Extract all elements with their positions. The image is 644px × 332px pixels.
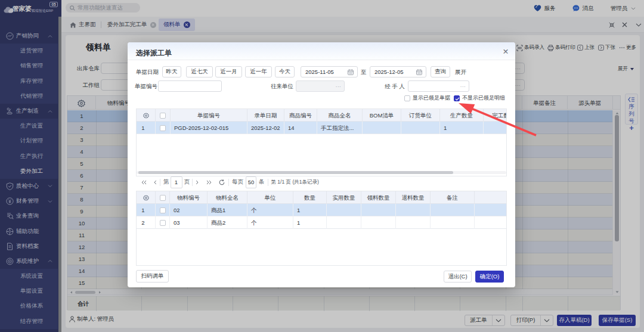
cell-value: 1	[440, 125, 447, 131]
date-to-input[interactable]: 2025-12-05	[370, 66, 426, 77]
pagination-bar: 第 1 页 每页 50 条 第 1/1 页 (共1条记录)	[136, 176, 507, 188]
last7days-button[interactable]: 近七天	[186, 66, 213, 77]
gear-icon[interactable]	[143, 195, 149, 201]
table-col-header: 物料全名	[208, 191, 247, 204]
date-range-label: 单据日期	[136, 66, 159, 77]
today-button[interactable]: 今天	[275, 66, 295, 77]
handler-label: 经 手 人	[385, 80, 405, 92]
material-row[interactable]: 102商品1个1	[137, 204, 506, 216]
pager-summary: 第 1/1 页 (共1条记录)	[271, 179, 319, 186]
docno-label: 单据编号	[135, 80, 157, 92]
row-checkbox[interactable]	[160, 220, 166, 226]
page-number-input[interactable]: 1	[171, 176, 182, 188]
exit-label: 退出(C)	[448, 273, 467, 281]
lastmonth-button[interactable]: 近一月	[215, 66, 242, 77]
refresh-icon[interactable]	[219, 179, 225, 185]
table-gear-icon[interactable]	[137, 191, 156, 204]
date-to-label: 至	[361, 66, 367, 77]
cell-value: 手工指定法...	[317, 125, 354, 131]
row-checkbox[interactable]	[160, 113, 166, 119]
row-checkbox-cell[interactable]	[156, 204, 170, 216]
table-col-header: 物料编号	[170, 191, 208, 204]
date-from-input[interactable]: 2025-11-05	[301, 66, 358, 77]
hide-fulfilled-label: 不显示已领足明细	[462, 94, 505, 102]
per-page-label: 每页	[232, 178, 243, 186]
cell-value: 03	[170, 219, 180, 226]
row-number: 1	[137, 122, 156, 134]
material-row[interactable]: 203商品2个1	[137, 216, 506, 229]
cell-value: 商品2	[208, 219, 225, 226]
cell-value	[484, 125, 487, 131]
select-dispatch-modal: 选择派工单 ✕ 单据日期 昨天 近七天 近一月 近一年 今天 2025-11-0…	[128, 42, 515, 287]
date-to-value: 2025-12-05	[374, 67, 404, 77]
table-col-header: 单据编号	[171, 109, 247, 122]
table-col-header: 领料数量	[361, 191, 396, 204]
modal-hscroll-thumb[interactable]	[138, 171, 453, 174]
table-col-header: 商品全名	[317, 109, 363, 122]
pager-di-label: 第	[163, 178, 169, 186]
scan-order-label: 扫码调单	[141, 272, 164, 280]
first-page-icon[interactable]	[141, 180, 147, 185]
gear-icon[interactable]	[143, 113, 149, 119]
yesterday-label: 昨天	[166, 68, 178, 76]
docno-input[interactable]	[158, 80, 222, 92]
row-checkbox[interactable]	[160, 195, 166, 201]
handler-input[interactable]: ···	[408, 80, 469, 92]
modal-expand-link[interactable]: 展开	[455, 66, 466, 77]
row-number: 2	[137, 216, 156, 229]
scan-order-button[interactable]: 扫码调单	[136, 270, 169, 283]
table-col-header: 完工数量	[484, 109, 507, 122]
next-page-icon[interactable]	[196, 180, 199, 185]
row-checkbox[interactable]	[160, 125, 166, 131]
cell-value	[327, 219, 330, 226]
cell-value: 14	[284, 125, 295, 131]
modal-close-icon[interactable]: ✕	[501, 48, 510, 56]
hide-fulfilled-checkbox[interactable]	[454, 95, 460, 101]
cell-value: PGD-2025-12-02-015	[171, 125, 228, 131]
show-fulfilled-label: 显示已领足单据	[413, 94, 450, 102]
select-all-checkbox[interactable]	[156, 109, 171, 122]
cell-value	[361, 207, 365, 213]
table-col-header: 商品编号	[284, 109, 317, 122]
pager-ye-label: 页	[184, 178, 190, 186]
row-checkbox-cell[interactable]	[156, 122, 171, 134]
row-checkbox[interactable]	[160, 207, 166, 213]
partner-input[interactable]: ···	[296, 80, 345, 92]
cell-value: 2025-12-02	[247, 125, 280, 131]
cell-value	[431, 207, 434, 213]
tiao-label: 条	[259, 178, 265, 186]
prev-page-icon[interactable]	[153, 180, 157, 185]
cell-value: 个	[247, 219, 257, 226]
lastyear-label: 近一年	[250, 68, 267, 76]
today-label: 今天	[279, 68, 290, 76]
ok-label: 确定(O)	[480, 273, 500, 281]
dispatch-order-row[interactable]: 1PGD-2025-12-02-0152025-12-0214手工指定法...1	[137, 122, 506, 134]
table-col-header: 订货单位	[401, 109, 440, 122]
modal-table-hscrollbar[interactable]	[136, 170, 507, 175]
show-fulfilled-checkbox[interactable]	[404, 95, 410, 101]
table-col-header	[475, 191, 507, 204]
table-gear-icon[interactable]	[137, 109, 156, 122]
cell-value: 1	[293, 207, 300, 213]
lastyear-button[interactable]: 近一年	[245, 66, 272, 77]
calendar-icon	[348, 69, 354, 75]
exit-button[interactable]: 退出(C)	[444, 271, 472, 283]
table-col-header: 数量	[293, 191, 327, 204]
yesterday-button[interactable]: 昨天	[162, 66, 181, 77]
cell-value	[361, 219, 365, 226]
date-from-value: 2025-11-05	[305, 67, 334, 77]
cell-value	[431, 219, 434, 226]
last7days-label: 近七天	[191, 68, 208, 76]
partner-label: 往来单位	[271, 80, 293, 92]
table-col-header: 退料数量	[396, 191, 431, 204]
select-all-checkbox[interactable]	[156, 191, 170, 204]
modal-title-bar: 选择派工单 ✕	[128, 42, 515, 60]
last-page-icon[interactable]	[206, 180, 212, 185]
calendar-icon	[416, 69, 422, 75]
table-col-header: 实用数量	[327, 191, 361, 204]
query-button[interactable]: 查询	[431, 66, 450, 77]
page-size-input[interactable]: 50	[246, 176, 256, 188]
row-checkbox-cell[interactable]	[156, 216, 170, 229]
cell-value	[396, 219, 400, 226]
ok-button[interactable]: 确定(O)	[475, 271, 504, 283]
